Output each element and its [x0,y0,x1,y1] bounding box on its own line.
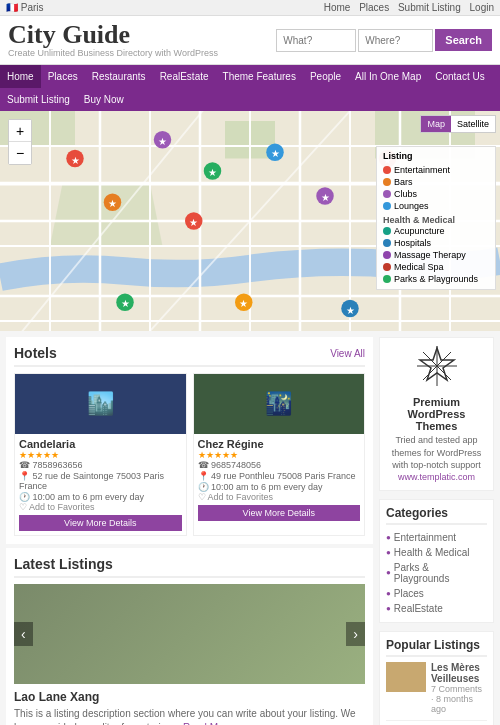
nav-restaurants[interactable]: Restaurants [85,65,153,88]
nav-contact[interactable]: Contact Us [428,65,491,88]
bullet-icon-4: ● [386,589,391,598]
nav-realestate[interactable]: RealEstate [153,65,216,88]
hotel-info-1: Candelaria ★★★★★ ☎ 7858963656 📍 52 rue d… [15,434,186,535]
clock-icon-2: 🕐 [198,482,209,492]
svg-text:★: ★ [346,305,355,316]
top-links: Home Places Submit Listing Login [318,2,494,13]
svg-text:★: ★ [121,298,130,309]
nav-submit-listing[interactable]: Submit Listing [0,88,77,111]
listings-section: Latest Listings ‹ › Lao Lane Xang This i… [6,548,373,725]
map-type-satellite[interactable]: Satellite [451,116,495,132]
sidebar: Premium WordPress Themes Tried and teste… [379,337,494,725]
hotels-view-all[interactable]: View All [330,348,365,359]
clock-icon-1: 🕐 [19,492,30,502]
categories-title: Categories [386,506,487,525]
legend-bars-dot [383,178,391,186]
legend-hospitals-dot [383,239,391,247]
hotel-name-1: Candelaria [19,438,182,450]
hotel-fav-1[interactable]: ♡ Add to Favorites [19,502,182,512]
promo-title: Premium WordPress Themes [388,396,485,432]
hotel-image-1: 🏙️ [15,374,186,434]
hotel-detail-btn-2[interactable]: View More Details [198,505,361,521]
listing-description: This is a listing description section wh… [14,707,365,725]
site-tagline: Create Unlimited Business Directory with… [8,48,218,58]
bullet-icon-3: ● [386,568,391,577]
promo-box: Premium WordPress Themes Tried and teste… [379,337,494,491]
category-places[interactable]: ● Places [386,586,487,601]
category-label-4: Places [394,588,424,599]
popular-meta-1: 7 Comments · 8 months ago [431,684,487,714]
main-layout: Hotels View All 🏙️ Candelaria ★★★★★ ☎ 78… [0,331,500,725]
carousel-next-btn[interactable]: › [346,622,365,646]
svg-text:★: ★ [271,148,280,159]
hotel-image-2: 🌃 [194,374,365,434]
nav-places[interactable]: Places [41,65,85,88]
phone-icon-2: ☎ [198,460,209,470]
nav-home[interactable]: Home [0,65,41,88]
nav-all-in-one-map[interactable]: All In One Map [348,65,428,88]
popular-item-1: Les Mères Veilleuses 7 Comments · 8 mont… [386,662,487,721]
hotel-info-2: Chez Régine ★★★★★ ☎ 9685748056 📍 49 rue … [194,434,365,525]
bullet-icon-2: ● [386,548,391,557]
hotels-grid: 🏙️ Candelaria ★★★★★ ☎ 7858963656 📍 52 ru… [14,373,365,536]
hotel-address-2: 📍 49 rue Ponthleu 75008 Paris France [198,471,361,481]
listings-header: Latest Listings [14,556,365,578]
legend-massage: Massage Therapy [383,249,489,261]
carousel-prev-btn[interactable]: ‹ [14,622,33,646]
popular-thumb-1 [386,662,426,692]
zoom-out-button[interactable]: − [9,142,31,164]
popular-name-1[interactable]: Les Mères Veilleuses [431,662,487,684]
nav-theme-features[interactable]: Theme Features [216,65,303,88]
legend-clubs-dot [383,190,391,198]
category-realestate[interactable]: ● RealEstate [386,601,487,616]
svg-text:★: ★ [108,198,117,209]
phone-icon-1: ☎ [19,460,30,470]
promo-url[interactable]: www.templatic.com [388,472,485,482]
hotel-stars-1: ★★★★★ [19,450,182,460]
legend-entertainment-dot [383,166,391,174]
legend-medical-spa-dot [383,263,391,271]
hotel-hours-2: 🕐 10:00 am to 6 pm every day [198,482,361,492]
svg-text:★: ★ [158,136,167,147]
listing-name: Lao Lane Xang [14,690,365,704]
legend-parks-dot [383,275,391,283]
nav-buy-now[interactable]: Buy Now [77,88,131,111]
svg-text:★: ★ [239,298,248,309]
svg-text:★: ★ [321,192,330,203]
svg-text:★: ★ [189,217,198,228]
top-link-places[interactable]: Places [359,2,389,13]
hotels-header: Hotels View All [14,345,365,367]
popular-info-1: Les Mères Veilleuses 7 Comments · 8 mont… [431,662,487,714]
hotels-section: Hotels View All 🏙️ Candelaria ★★★★★ ☎ 78… [6,337,373,544]
top-link-submit[interactable]: Submit Listing [398,2,461,13]
legend-bars-label: Bars [394,177,413,187]
hotel-phone-1: ☎ 7858963656 [19,460,182,470]
map-type-map[interactable]: Map [421,116,451,132]
legend-medical-spa-label: Medical Spa [394,262,444,272]
nav-people[interactable]: People [303,65,348,88]
svg-text:★: ★ [71,155,80,166]
category-entertainment[interactable]: ● Entertainment [386,530,487,545]
legend-medical-spa: Medical Spa [383,261,489,273]
search-what-input[interactable] [276,29,356,52]
hotel-detail-btn-1[interactable]: View More Details [19,515,182,531]
heart-icon-1: ♡ [19,502,27,512]
location-icon-2: 📍 [198,471,209,481]
top-link-login[interactable]: Login [470,2,494,13]
legend-hospitals-label: Hospitals [394,238,431,248]
legend-health-section: Health & Medical [383,215,489,225]
map-type-toggle: Map Satellite [420,115,496,133]
zoom-in-button[interactable]: + [9,120,31,142]
svg-text:★: ★ [208,167,217,178]
search-button[interactable]: Search [435,29,492,51]
hotel-fav-2[interactable]: ♡ Add to Favorites [198,492,361,502]
main-content: Hotels View All 🏙️ Candelaria ★★★★★ ☎ 78… [6,337,373,725]
category-parks[interactable]: ● Parks & Playgrounds [386,560,487,586]
svg-marker-4 [50,184,163,247]
category-health[interactable]: ● Health & Medical [386,545,487,560]
search-where-input[interactable] [358,29,433,52]
bullet-icon-5: ● [386,604,391,613]
top-link-home[interactable]: Home [324,2,351,13]
categories-widget: Categories ● Entertainment ● Health & Me… [379,499,494,623]
hotel-address-1: 📍 52 rue de Saintonge 75003 Paris France [19,471,182,491]
